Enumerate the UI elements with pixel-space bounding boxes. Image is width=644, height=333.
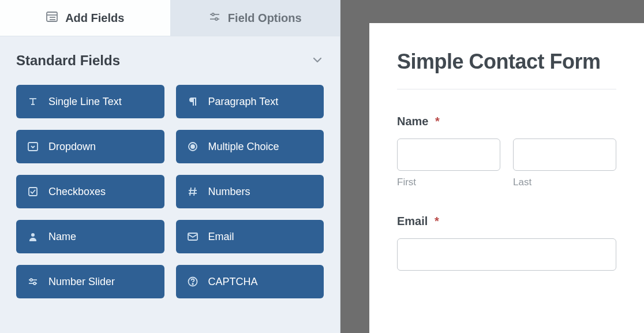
field-label: Paragraph Text bbox=[208, 96, 279, 108]
radio-icon bbox=[186, 140, 199, 153]
required-marker: * bbox=[435, 215, 439, 227]
title-divider bbox=[397, 89, 616, 89]
text-cursor-icon bbox=[27, 95, 39, 108]
dropdown-icon bbox=[27, 140, 39, 153]
question-circle-icon bbox=[186, 275, 199, 288]
svg-rect-11 bbox=[28, 143, 38, 151]
field-label: Dropdown bbox=[48, 141, 96, 153]
tab-add-fields-label: Add Fields bbox=[65, 12, 124, 25]
field-label: Multiple Choice bbox=[208, 141, 279, 153]
tab-add-fields[interactable]: Add Fields bbox=[0, 0, 170, 36]
field-label: Single Line Text bbox=[48, 96, 122, 108]
user-icon bbox=[27, 230, 39, 243]
first-name-input[interactable] bbox=[397, 139, 500, 171]
sliders-icon bbox=[208, 10, 221, 26]
first-name-sublabel: First bbox=[397, 177, 500, 188]
section-title: Standard Fields bbox=[16, 53, 120, 69]
field-label: Name bbox=[48, 231, 76, 243]
svg-line-15 bbox=[190, 188, 191, 196]
field-email[interactable]: Email bbox=[176, 220, 324, 253]
last-name-input[interactable] bbox=[513, 139, 616, 171]
form-fields-icon bbox=[46, 10, 58, 26]
last-name-sublabel: Last bbox=[513, 177, 616, 188]
sliders-icon bbox=[27, 275, 39, 288]
svg-point-13 bbox=[191, 145, 194, 148]
field-captcha[interactable]: CAPTCHA bbox=[176, 265, 324, 298]
svg-rect-14 bbox=[29, 188, 37, 196]
svg-point-5 bbox=[212, 13, 214, 16]
field-label: CAPTCHA bbox=[208, 276, 258, 288]
builder-sidebar: Add Fields Field Options Standard Fields bbox=[0, 0, 340, 333]
svg-point-19 bbox=[31, 233, 35, 237]
field-number-slider[interactable]: Number Slider bbox=[16, 265, 164, 298]
field-multiple-choice[interactable]: Multiple Choice bbox=[176, 130, 324, 163]
svg-line-16 bbox=[194, 188, 195, 196]
tab-field-options-label: Field Options bbox=[228, 12, 302, 25]
svg-point-26 bbox=[192, 283, 193, 285]
form-field-name[interactable]: Name * First Last bbox=[397, 115, 616, 188]
sidebar-tabs: Add Fields Field Options bbox=[0, 0, 340, 36]
email-label-text: Email bbox=[397, 215, 428, 227]
field-checkboxes[interactable]: Checkboxes bbox=[16, 175, 164, 208]
paragraph-icon bbox=[186, 95, 199, 108]
chevron-down-icon bbox=[311, 53, 324, 68]
field-label: Numbers bbox=[208, 186, 250, 198]
field-label: Number Slider bbox=[48, 276, 115, 288]
tab-field-options[interactable]: Field Options bbox=[170, 0, 340, 36]
section-header-standard-fields[interactable]: Standard Fields bbox=[0, 36, 340, 77]
envelope-icon bbox=[186, 230, 199, 243]
svg-point-24 bbox=[33, 282, 36, 285]
form-preview-card: Simple Contact Form Name * First Last Em… bbox=[369, 23, 644, 333]
field-name[interactable]: Name bbox=[16, 220, 164, 253]
field-grid: Single Line Text Paragraph Text Dropdown bbox=[0, 77, 340, 315]
field-paragraph-text[interactable]: Paragraph Text bbox=[176, 85, 324, 118]
field-label-name: Name * bbox=[397, 115, 616, 128]
svg-point-7 bbox=[215, 18, 218, 20]
field-label: Checkboxes bbox=[48, 186, 106, 198]
field-label-email: Email * bbox=[397, 215, 616, 228]
form-preview-area: Simple Contact Form Name * First Last Em… bbox=[340, 0, 644, 333]
svg-point-22 bbox=[30, 279, 32, 281]
checkbox-icon bbox=[27, 185, 39, 198]
field-label: Email bbox=[208, 231, 234, 243]
hash-icon bbox=[186, 185, 199, 198]
email-input[interactable] bbox=[397, 238, 616, 271]
required-marker: * bbox=[435, 115, 440, 128]
form-field-email[interactable]: Email * bbox=[397, 215, 616, 271]
form-title[interactable]: Simple Contact Form bbox=[397, 50, 616, 74]
field-single-line-text[interactable]: Single Line Text bbox=[16, 85, 164, 118]
field-dropdown[interactable]: Dropdown bbox=[16, 130, 164, 163]
name-label-text: Name bbox=[397, 115, 428, 128]
field-numbers[interactable]: Numbers bbox=[176, 175, 324, 208]
